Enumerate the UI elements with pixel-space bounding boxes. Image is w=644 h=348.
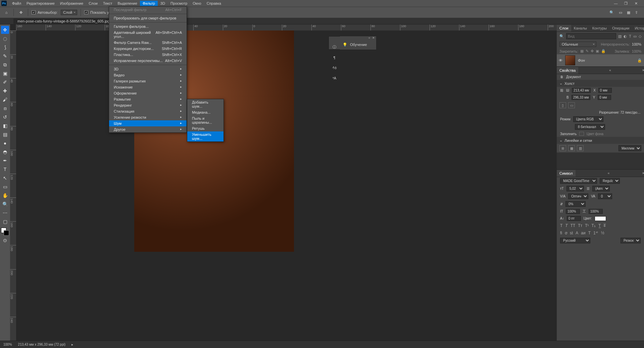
lasso-tool[interactable]: ⟆ bbox=[1, 43, 9, 51]
brush-tool[interactable]: 🖌 bbox=[1, 96, 9, 104]
filter-type-icon2[interactable]: T bbox=[629, 34, 631, 39]
submenu-item[interactable]: Добавить шум... bbox=[187, 99, 224, 109]
menu-окно[interactable]: Окно bbox=[190, 1, 204, 6]
blur-tool[interactable]: ● bbox=[1, 139, 9, 147]
panel-tab-4[interactable]: История bbox=[632, 25, 644, 32]
menu-item[interactable]: Галерея фильтров... bbox=[109, 23, 187, 30]
opentype-a-icon[interactable]: A bbox=[576, 231, 578, 235]
panel-tab-3[interactable]: Операции bbox=[609, 25, 632, 32]
stamp-tool[interactable]: ⧈ bbox=[1, 104, 9, 112]
tracking-select[interactable]: 0 bbox=[598, 193, 612, 199]
opentype-fi-icon[interactable]: fi bbox=[560, 231, 562, 235]
language-select[interactable]: Русский bbox=[560, 238, 590, 243]
orientation-portrait-icon[interactable]: ▯ bbox=[559, 102, 566, 108]
font-style-select[interactable]: Regular bbox=[600, 178, 620, 184]
menu-item[interactable]: Фильтр Camera Raw...Shift+Ctrl+A bbox=[109, 40, 187, 46]
search-icon[interactable]: 🔍 bbox=[609, 10, 614, 15]
character-tab[interactable]: Символ bbox=[557, 170, 576, 177]
menu-текст[interactable]: Текст bbox=[100, 1, 115, 6]
status-arrow-icon[interactable]: ▸ bbox=[71, 343, 73, 346]
underline-icon[interactable]: T̲ bbox=[598, 223, 601, 228]
auto-select-checkbox[interactable]: ✓ bbox=[32, 10, 36, 14]
frame-tool[interactable]: ▣ bbox=[1, 69, 9, 77]
vscale-input[interactable] bbox=[566, 209, 580, 214]
opentype-ad-icon[interactable]: aи bbox=[581, 231, 585, 235]
subscript-icon[interactable]: T₁ bbox=[592, 223, 596, 228]
lock-move-icon[interactable]: ✥ bbox=[591, 49, 594, 53]
auto-select-mode[interactable]: Слой bbox=[61, 10, 77, 15]
window-restore[interactable]: ❐ bbox=[623, 0, 629, 7]
opentype-t1-icon[interactable]: T bbox=[588, 231, 591, 235]
grid-icon[interactable]: ▦ bbox=[627, 10, 630, 15]
antialias-select[interactable]: Резкое bbox=[621, 238, 641, 243]
menu-item[interactable]: Коррекция дисторсии...Shift+Ctrl+R bbox=[109, 46, 187, 52]
menu-слои[interactable]: Слои bbox=[86, 1, 100, 6]
menu-item[interactable]: Пластика...Shift+Ctrl+X bbox=[109, 52, 187, 58]
menu-3d[interactable]: 3D bbox=[158, 1, 168, 6]
path-tool[interactable]: ↖ bbox=[1, 174, 9, 182]
menu-выделение[interactable]: Выделение bbox=[115, 1, 140, 6]
properties-tab[interactable]: Свойства bbox=[557, 67, 578, 74]
lock-pixels-icon[interactable]: ▦ bbox=[580, 49, 584, 53]
opentype-half-icon[interactable]: ½ bbox=[601, 231, 604, 235]
layer-row-background[interactable]: 👁 Фон 🔒 bbox=[557, 54, 644, 66]
opentype-o-icon[interactable]: ơ bbox=[565, 231, 567, 235]
show-controls-checkbox[interactable]: ✓ bbox=[84, 10, 88, 14]
share-icon[interactable]: ⇪ bbox=[635, 10, 638, 15]
smallcaps-icon[interactable]: Tт bbox=[578, 223, 582, 228]
strikethrough-icon[interactable]: T̶ bbox=[603, 223, 606, 228]
menu-item[interactable]: Искажение bbox=[109, 84, 187, 90]
lock-position-icon[interactable]: ✎ bbox=[586, 49, 589, 53]
chevron-down-icon[interactable]: ⌄ bbox=[559, 81, 562, 85]
submenu-item[interactable]: Медиана... bbox=[187, 109, 224, 115]
crop-tool[interactable]: ⧉ bbox=[1, 61, 9, 69]
styles-icon[interactable]: ᵃA bbox=[333, 76, 336, 80]
rulers-icon[interactable]: ⊞ bbox=[559, 145, 566, 151]
x-input[interactable] bbox=[598, 88, 612, 93]
panel-collapse-icon[interactable]: « bbox=[368, 36, 370, 40]
window-close[interactable]: ✕ bbox=[633, 0, 639, 7]
home-icon[interactable]: ⌂ bbox=[3, 9, 10, 16]
menu-файл[interactable]: Файл bbox=[9, 1, 24, 6]
panel-close-icon[interactable]: ✕ bbox=[640, 68, 644, 72]
menu-просмотр[interactable]: Просмотр bbox=[168, 1, 190, 6]
bit-depth-select[interactable]: 8 бит/канал bbox=[575, 124, 605, 130]
leading-select[interactable]: (Авто) bbox=[592, 186, 610, 191]
filter-shape-icon[interactable]: ▭ bbox=[633, 34, 637, 39]
menu-item[interactable]: Преобразовать для смарт-фильтров bbox=[109, 15, 187, 21]
filter-smart-icon[interactable]: ◇ bbox=[639, 34, 641, 39]
menu-item[interactable]: Усиление резкости bbox=[109, 114, 187, 120]
layer-filter-input[interactable] bbox=[566, 33, 616, 39]
hand-tool[interactable]: ✋ bbox=[1, 191, 9, 199]
canvas-area[interactable]: 1601401201008060402002040608010012014016… bbox=[10, 24, 557, 341]
eraser-tool[interactable]: ◧ bbox=[1, 122, 9, 130]
italic-icon[interactable]: T bbox=[565, 223, 567, 228]
menu-item[interactable]: Стилизация bbox=[109, 108, 187, 114]
panel-tab-1[interactable]: Каналы bbox=[571, 25, 590, 32]
menu-фильтр[interactable]: Фильтр bbox=[140, 1, 158, 6]
text-color-swatch[interactable] bbox=[595, 216, 606, 221]
eyedropper-tool[interactable]: ✐ bbox=[1, 78, 9, 86]
window-minimize[interactable]: — bbox=[612, 0, 619, 7]
visibility-icon[interactable]: 👁 bbox=[559, 58, 562, 62]
width-input[interactable] bbox=[572, 88, 591, 93]
zoom-tool[interactable]: 🔍 bbox=[1, 200, 9, 208]
font-family-select[interactable]: MADE GoodTime … bbox=[560, 178, 597, 184]
menu-item[interactable]: Галерея размытия bbox=[109, 78, 187, 84]
submenu-item[interactable]: Уменьшить шум... bbox=[187, 131, 224, 141]
info-panel-icon[interactable]: ⓘ bbox=[333, 45, 336, 50]
kerning-select[interactable]: Оптически… bbox=[568, 193, 588, 199]
bold-icon[interactable]: T bbox=[560, 223, 562, 228]
submenu-item[interactable]: Ретушь bbox=[187, 125, 224, 131]
chevron-down-icon[interactable]: ⌄ bbox=[559, 138, 562, 142]
ruler-units-select[interactable]: Миллиме… bbox=[618, 145, 641, 151]
marquee-tool[interactable]: ◌ bbox=[1, 35, 9, 43]
submenu-item[interactable]: Пыль и царапины... bbox=[187, 115, 224, 125]
opacity-value[interactable]: 100% bbox=[632, 42, 641, 46]
lock-nested-icon[interactable]: ▣ bbox=[596, 49, 599, 53]
filter-pixels-icon[interactable]: ▧ bbox=[618, 34, 622, 39]
panel-collapse-icon[interactable]: « bbox=[607, 68, 611, 72]
filter-adjust-icon[interactable]: ◐ bbox=[624, 34, 627, 39]
allcaps-icon[interactable]: TT bbox=[571, 223, 576, 228]
menu-item[interactable]: 3D bbox=[109, 66, 187, 72]
